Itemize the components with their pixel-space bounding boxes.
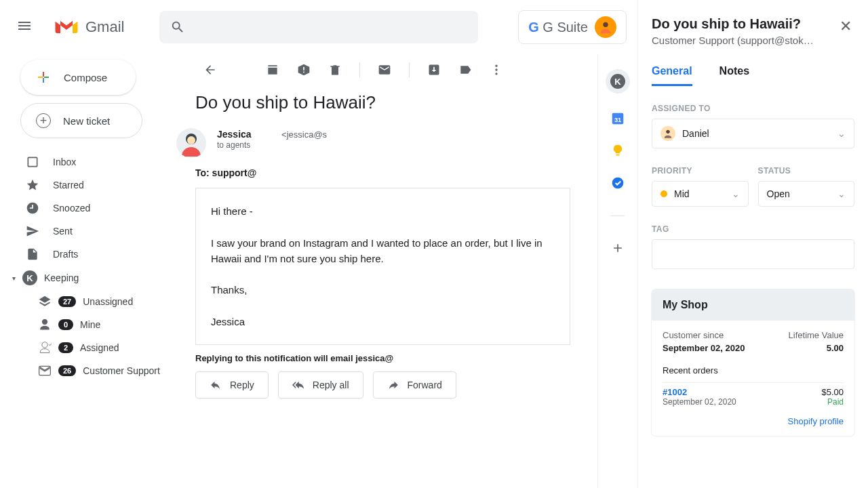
panel-title: Do you ship to Hawaii?	[652, 16, 814, 32]
order-id[interactable]: #1002	[663, 387, 736, 397]
email-subject: Do you ship to Hawaii?	[190, 85, 591, 124]
gsuite-badge[interactable]: G G Suite	[518, 10, 627, 44]
new-ticket-label: New ticket	[63, 115, 110, 127]
file-icon	[26, 247, 39, 261]
new-ticket-button[interactable]: + New ticket	[20, 103, 142, 138]
sidebar-item-drafts[interactable]: Drafts	[5, 243, 171, 266]
sidebar: Compose + New ticket Inbox Starred Snooz…	[0, 54, 176, 488]
reply-label: Reply	[230, 380, 254, 390]
separator	[409, 62, 410, 77]
move-to-icon[interactable]	[427, 63, 441, 77]
svg-point-3	[495, 73, 497, 75]
sidebar-item-label: Inbox	[53, 157, 76, 167]
back-icon[interactable]	[203, 63, 217, 77]
chevron-down-icon: ⌄	[837, 188, 846, 199]
tab-notes[interactable]: Notes	[719, 65, 749, 86]
reply-button[interactable]: Reply	[195, 371, 269, 399]
svg-point-2	[495, 68, 497, 70]
search-input[interactable]	[159, 11, 478, 43]
separator	[359, 62, 360, 77]
assigned-to-dropdown[interactable]: Daniel ⌄	[652, 119, 854, 148]
tag-label: TAG	[652, 224, 854, 234]
svg-text:31: 31	[614, 117, 621, 123]
ticket-panel: Do you ship to Hawaii? Customer Support …	[637, 0, 868, 488]
sidebar-item-label: Assigned	[80, 342, 119, 353]
sidebar-item-unassigned[interactable]: 27 Unassigned	[5, 290, 171, 313]
plus-icon	[35, 69, 52, 85]
customer-since-label: Customer since	[663, 330, 724, 340]
keeping-rail-icon[interactable]: K	[606, 69, 630, 94]
layers-icon	[38, 295, 52, 308]
forward-button[interactable]: Forward	[373, 371, 456, 399]
person-check-icon	[38, 341, 52, 354]
add-rail-icon[interactable]	[610, 240, 626, 256]
mark-unread-icon[interactable]	[378, 63, 391, 77]
sidebar-item-starred[interactable]: Starred	[5, 174, 171, 197]
priority-dot-icon	[660, 190, 667, 197]
keeping-label: Keeping	[44, 272, 79, 283]
email-body: Hi there - I saw your brand on Instagram…	[195, 188, 570, 345]
close-icon[interactable]: ✕	[837, 16, 854, 37]
calendar-rail-icon[interactable]: 31	[610, 110, 626, 126]
sidebar-item-label: Starred	[53, 180, 84, 190]
sender-recipients: to agents	[217, 140, 327, 150]
tasks-rail-icon[interactable]	[610, 175, 626, 191]
send-icon	[26, 224, 39, 238]
clock-icon	[26, 201, 39, 215]
sidebar-item-sent[interactable]: Sent	[5, 220, 171, 243]
count-badge: 27	[58, 296, 76, 307]
shopify-profile-link[interactable]: Shopify profile	[663, 416, 844, 426]
right-rail: K 31	[598, 54, 637, 488]
tab-general[interactable]: General	[652, 65, 692, 86]
sidebar-item-label: Snoozed	[53, 203, 90, 214]
order-amount: $5.00	[821, 387, 844, 397]
priority-value: Mid	[674, 188, 690, 199]
archive-icon[interactable]	[266, 63, 279, 77]
gmail-brand: Gmail	[54, 18, 124, 37]
assigned-to-label: ASSIGNED TO	[652, 104, 854, 113]
sidebar-item-keeping[interactable]: ▾ K Keeping	[5, 266, 171, 290]
trash-icon[interactable]	[328, 63, 342, 77]
more-icon[interactable]	[490, 63, 503, 77]
star-icon	[26, 178, 39, 192]
hamburger-menu[interactable]	[11, 12, 38, 42]
sidebar-item-label: Sent	[53, 226, 73, 237]
compose-button[interactable]: Compose	[20, 60, 136, 95]
sender-email: <jessica@s	[281, 129, 327, 140]
status-label: STATUS	[758, 166, 855, 176]
forward-label: Forward	[408, 380, 442, 390]
reply-all-icon	[292, 379, 304, 391]
chevron-down-icon: ⌄	[837, 128, 846, 139]
compose-label: Compose	[64, 72, 107, 83]
tray-icon	[38, 364, 52, 378]
spam-icon[interactable]	[297, 63, 311, 77]
avatar[interactable]	[595, 16, 616, 38]
order-date: September 02, 2020	[663, 397, 736, 407]
tag-input[interactable]	[652, 239, 854, 269]
sidebar-item-label: Drafts	[53, 249, 78, 260]
count-badge: 0	[58, 319, 73, 330]
reply-all-label: Reply all	[313, 380, 349, 390]
sidebar-item-inbox[interactable]: Inbox	[5, 150, 171, 174]
caret-icon: ▾	[12, 274, 16, 282]
order-status: Paid	[821, 397, 844, 407]
count-badge: 2	[58, 342, 73, 353]
sidebar-item-label: Customer Support	[83, 365, 160, 376]
reply-all-button[interactable]: Reply all	[278, 371, 363, 399]
svg-point-1	[495, 65, 497, 67]
chevron-down-icon: ⌄	[732, 188, 740, 199]
label-icon[interactable]	[458, 63, 472, 77]
sidebar-item-mine[interactable]: 0 Mine	[5, 313, 171, 336]
sidebar-item-customer-support[interactable]: 26 Customer Support	[5, 359, 171, 382]
svg-point-8	[612, 178, 624, 189]
priority-dropdown[interactable]: Mid ⌄	[652, 181, 749, 207]
status-dropdown[interactable]: Open ⌄	[758, 181, 855, 207]
search-icon	[170, 20, 185, 35]
shop-title: My Shop	[652, 289, 854, 321]
shop-card: My Shop Customer since Lifetime Value Se…	[652, 289, 854, 436]
sidebar-item-snoozed[interactable]: Snoozed	[5, 197, 171, 220]
sidebar-item-assigned[interactable]: 2 Assigned	[5, 336, 171, 359]
keep-rail-icon[interactable]	[610, 142, 626, 159]
sender-avatar	[176, 128, 206, 158]
panel-subtitle: Customer Support (support@stok…	[652, 35, 814, 46]
